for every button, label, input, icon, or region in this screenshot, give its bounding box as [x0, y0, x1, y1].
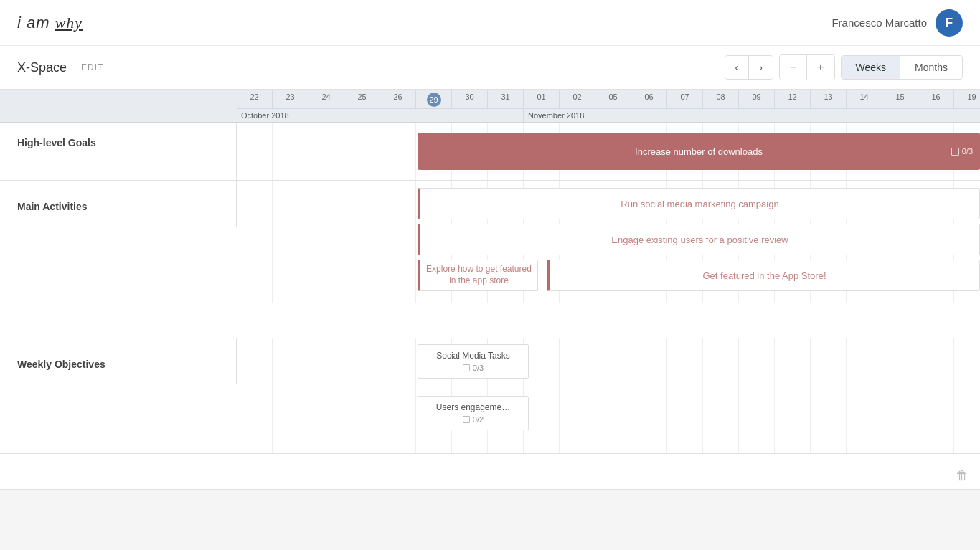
- weeks-view-button[interactable]: Weeks: [842, 56, 901, 79]
- day-cell: 09: [739, 90, 775, 108]
- main-activities-label: Main Activities: [0, 181, 237, 227]
- weekly-objectives-label: Weekly Objectives: [0, 338, 237, 384]
- day-cell: 19: [954, 90, 980, 108]
- day-cell: 31: [488, 90, 524, 108]
- day-cell: 07: [667, 90, 703, 108]
- day-cell: 02: [560, 90, 595, 108]
- toolbar: X-Space EDIT ‹ › − + Weeks Months: [0, 46, 980, 90]
- user-area: Francesco Marcatto F: [831, 9, 963, 37]
- day-cell: 25: [344, 90, 380, 108]
- toolbar-controls: ‹ › − + Weeks Months: [725, 54, 963, 80]
- downloads-goal-bar[interactable]: Increase number of downloads 0/3: [418, 133, 980, 170]
- nav-button-group: ‹ ›: [725, 55, 773, 80]
- app-header: i am why Francesco Marcatto F: [0, 0, 980, 46]
- day-cell: 29: [416, 90, 452, 108]
- day-cell: 05: [595, 90, 631, 108]
- trash-row: 🗑: [0, 454, 980, 490]
- day-numbers: 2223242526293031010205060708091213141516…: [237, 90, 980, 108]
- obj-card-users-title: Users engageme…: [423, 402, 524, 412]
- obj-card-social-count: 0/3: [423, 364, 524, 372]
- high-level-goals-row: High-level Goals Increase number of down…: [0, 123, 980, 181]
- obj-card-social[interactable]: Social Media Tasks 0/3: [418, 344, 529, 379]
- obj-card-users-count: 0/2: [423, 415, 524, 424]
- weekly-objectives-content: Social Media Tasks 0/3 Users engageme… 0…: [237, 338, 980, 453]
- nav-prev-button[interactable]: ‹: [725, 56, 750, 79]
- logo-text: i am: [17, 14, 50, 32]
- activity-row-1: Run social media marketing campaign: [237, 188, 980, 219]
- day-cell: 08: [703, 90, 739, 108]
- activity-row-3-4: Explore how to get featured in the app s…: [237, 260, 980, 291]
- zoom-in-button[interactable]: +: [807, 55, 834, 80]
- months-view-button[interactable]: Months: [900, 56, 962, 79]
- view-toggle: Weeks Months: [841, 55, 963, 80]
- high-level-goals-content: Increase number of downloads 0/3: [237, 123, 980, 180]
- activity-row-2: Engage existing users for a positive rev…: [237, 224, 980, 255]
- zoom-out-button[interactable]: −: [780, 55, 807, 80]
- activity-bar-3[interactable]: Explore how to get featured in the app s…: [418, 260, 538, 291]
- month-labels: October 2018November 2018: [237, 108, 980, 122]
- activity-bar-2[interactable]: Engage existing users for a positive rev…: [418, 224, 980, 255]
- space-title: X-Space: [17, 60, 67, 75]
- day-cell: 26: [380, 90, 416, 108]
- date-header: 2223242526293031010205060708091213141516…: [0, 90, 980, 123]
- goal-count: 0/3: [951, 147, 973, 156]
- nav-next-button[interactable]: ›: [749, 56, 773, 79]
- day-cell: 23: [273, 90, 308, 108]
- day-cell: 15: [882, 90, 918, 108]
- high-level-goals-label: High-level Goals: [0, 123, 237, 180]
- user-name: Francesco Marcatto: [831, 16, 927, 29]
- timeline-container: 2223242526293031010205060708091213141516…: [0, 90, 980, 490]
- activity-bar-1[interactable]: Run social media marketing campaign: [418, 188, 980, 219]
- activity-bar-4[interactable]: Get featured in the App Store!: [547, 260, 980, 291]
- day-cell: 14: [847, 90, 882, 108]
- month-label: November 2018: [524, 109, 980, 122]
- day-cell: 22: [237, 90, 273, 108]
- day-cell: 06: [631, 90, 667, 108]
- avatar[interactable]: F: [936, 9, 963, 37]
- dates-area: 2223242526293031010205060708091213141516…: [237, 90, 980, 122]
- weekly-objectives-row: Weekly Objectives Social Media Tasks 0/3…: [0, 338, 980, 454]
- day-cell: 16: [918, 90, 954, 108]
- day-cell: 12: [775, 90, 811, 108]
- obj-card-users[interactable]: Users engageme… 0/2: [418, 396, 529, 430]
- obj-card-social-title: Social Media Tasks: [423, 351, 524, 361]
- month-label: October 2018: [237, 109, 524, 122]
- grid-lines-wk: [237, 338, 980, 453]
- day-cell: 01: [524, 90, 560, 108]
- day-cell: 24: [308, 90, 344, 108]
- logo-why: why: [55, 14, 83, 32]
- main-activities-row: Main Activities Run social media marketi…: [0, 181, 980, 338]
- app-logo: i am why: [17, 14, 83, 32]
- label-spacer: [0, 90, 237, 122]
- edit-button[interactable]: EDIT: [81, 62, 103, 72]
- trash-icon[interactable]: 🗑: [956, 468, 969, 483]
- day-cell: 30: [452, 90, 488, 108]
- zoom-button-group: − +: [779, 54, 835, 80]
- main-activities-content: Run social media marketing campaign Enga…: [237, 181, 980, 303]
- day-cell: 13: [811, 90, 847, 108]
